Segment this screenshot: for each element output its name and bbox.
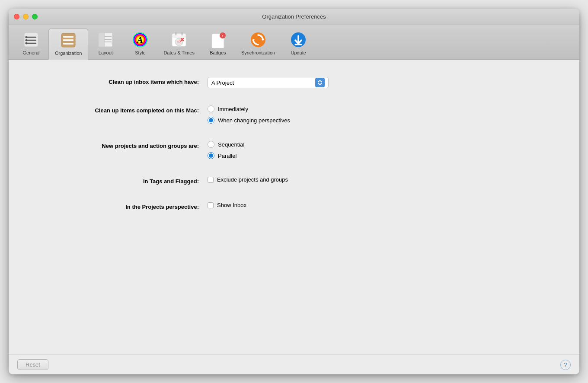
cleanup-completed-row: Clean up items completed on this Mac: Im…	[35, 105, 553, 124]
radio-parallel-button[interactable]	[208, 152, 214, 159]
radio-when-changing-inner	[209, 118, 213, 122]
help-icon: ?	[564, 361, 567, 368]
layout-icon	[97, 31, 114, 48]
reset-button[interactable]: Reset	[17, 359, 48, 370]
maximize-button[interactable]	[32, 14, 38, 19]
window-title: Organization Preferences	[262, 13, 326, 20]
svg-rect-9	[63, 39, 74, 41]
cleanup-inbox-dropdown[interactable]: A Project	[208, 77, 329, 88]
tab-dates-times-label: Dates & Times	[163, 50, 195, 55]
radio-sequential-button[interactable]	[208, 141, 214, 148]
organization-icon	[60, 32, 77, 49]
tags-flagged-label: In Tags and Flagged:	[35, 176, 199, 185]
content-area: Clean up inbox items which have: A Proje…	[9, 60, 579, 354]
general-icon	[22, 31, 40, 48]
footer: Reset ?	[9, 354, 579, 374]
tab-dates-times[interactable]: 17 Dates & Times	[157, 29, 201, 59]
exclude-projects-label: Exclude projects and groups	[217, 176, 288, 183]
cleanup-inbox-control: A Project	[208, 77, 329, 88]
svg-point-6	[26, 42, 28, 45]
projects-perspective-control: Show Inbox	[208, 202, 246, 208]
svg-rect-19	[172, 34, 186, 37]
projects-perspective-label: In the Projects perspective:	[35, 202, 199, 210]
radio-sequential[interactable]: Sequential	[208, 141, 244, 148]
dates-times-icon: 17	[170, 31, 188, 48]
exclude-projects-checkbox[interactable]	[208, 177, 214, 183]
tab-style[interactable]: A Style	[123, 29, 157, 59]
update-icon	[290, 31, 307, 48]
tab-badges-label: Badges	[210, 50, 226, 55]
new-projects-label: New projects and action groups are:	[35, 141, 199, 149]
radio-immediately-label: Immediately	[218, 106, 248, 112]
new-projects-row: New projects and action groups are: Sequ…	[35, 141, 553, 159]
tab-style-label: Style	[135, 50, 145, 55]
help-button[interactable]: ?	[560, 360, 571, 370]
tab-organization-label: Organization	[55, 51, 82, 56]
tags-flagged-control: Exclude projects and groups	[208, 176, 288, 183]
tab-update-label: Update	[291, 50, 306, 55]
svg-text:1: 1	[222, 34, 224, 38]
radio-parallel-label: Parallel	[218, 153, 236, 159]
svg-point-4	[26, 39, 28, 41]
radio-when-changing-label: When changing perspectives	[218, 117, 290, 124]
radio-immediately[interactable]: Immediately	[208, 105, 290, 112]
new-projects-control: Sequential Parallel	[208, 141, 244, 159]
tab-synchronization[interactable]: Synchronization	[235, 29, 281, 59]
tags-flagged-row: In Tags and Flagged: Exclude projects an…	[35, 176, 553, 185]
cleanup-completed-control: Immediately When changing perspectives	[208, 105, 290, 124]
tab-badges[interactable]: 1 Badges	[201, 29, 235, 59]
cleanup-inbox-label: Clean up inbox items which have:	[35, 77, 199, 85]
tab-layout[interactable]: Layout	[88, 29, 123, 59]
svg-point-2	[26, 36, 28, 38]
tab-organization[interactable]: Organization	[48, 29, 88, 60]
checkbox-exclude-projects[interactable]: Exclude projects and groups	[208, 176, 288, 183]
close-button[interactable]	[14, 14, 19, 19]
tab-layout-label: Layout	[99, 50, 113, 55]
preferences-window: Organization Preferences General	[9, 9, 579, 374]
tab-general[interactable]: General	[14, 29, 48, 59]
radio-when-changing[interactable]: When changing perspectives	[208, 117, 290, 124]
cleanup-inbox-value: A Project	[211, 80, 315, 86]
svg-text:A: A	[137, 35, 143, 45]
checkbox-show-inbox[interactable]: Show Inbox	[208, 202, 246, 208]
traffic-lights	[14, 14, 38, 19]
radio-parallel[interactable]: Parallel	[208, 152, 244, 159]
tab-synchronization-label: Synchronization	[241, 50, 275, 55]
radio-when-changing-button[interactable]	[208, 117, 214, 124]
badges-icon: 1	[209, 31, 227, 48]
cleanup-inbox-row: Clean up inbox items which have: A Proje…	[35, 77, 553, 88]
svg-text:17: 17	[177, 40, 181, 44]
style-icon: A	[131, 31, 149, 48]
radio-immediately-button[interactable]	[208, 105, 214, 112]
show-inbox-label: Show Inbox	[217, 202, 246, 208]
minimize-button[interactable]	[23, 14, 29, 19]
toolbar: General Organization	[9, 25, 579, 60]
projects-perspective-row: In the Projects perspective: Show Inbox	[35, 202, 553, 210]
dropdown-arrows-icon	[315, 78, 325, 87]
cleanup-completed-label: Clean up items completed on this Mac:	[35, 105, 199, 114]
show-inbox-checkbox[interactable]	[208, 202, 214, 208]
radio-sequential-label: Sequential	[218, 141, 244, 148]
svg-rect-10	[63, 43, 74, 45]
title-bar: Organization Preferences	[9, 9, 579, 25]
svg-rect-12	[99, 33, 105, 47]
radio-parallel-inner	[209, 153, 213, 158]
tab-general-label: General	[22, 50, 39, 55]
tab-update[interactable]: Update	[281, 29, 316, 59]
synchronization-icon	[249, 31, 267, 48]
svg-rect-8	[63, 36, 74, 38]
